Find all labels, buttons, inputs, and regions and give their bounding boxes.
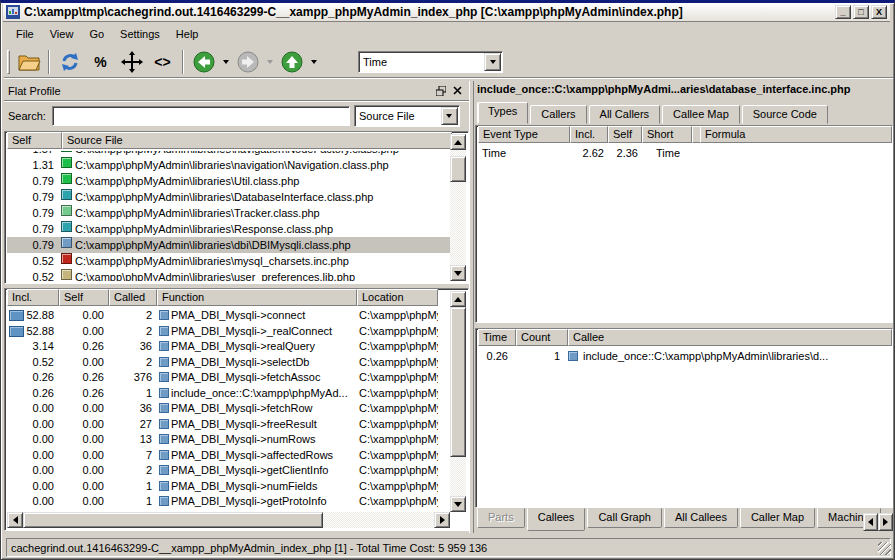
column-header-source-file[interactable]: Source File bbox=[62, 132, 452, 149]
column-header-called[interactable]: Called bbox=[109, 289, 157, 306]
flat-profile-row[interactable]: 1.31C:\xampp\phpMyAdmin\libraries\naviga… bbox=[7, 157, 452, 173]
callee-row[interactable]: 0.261 include_once::C:\xampp\phpMyAdmin\… bbox=[478, 348, 890, 364]
bottom-tab-callees[interactable]: Callees bbox=[527, 508, 586, 531]
function-icon bbox=[159, 357, 169, 367]
flat-profile-row[interactable]: 0.52C:\xampp\phpMyAdmin\libraries\mysql_… bbox=[7, 253, 452, 269]
menu-item-settings[interactable]: Settings bbox=[112, 25, 168, 43]
flat-profile-row[interactable]: 0.52C:\xampp\phpMyAdmin\libraries\user_p… bbox=[7, 269, 452, 281]
column-header-formula[interactable]: Formula bbox=[700, 126, 892, 143]
scroll-down-button[interactable] bbox=[450, 265, 466, 281]
function-row[interactable]: 0.000.0027PMA_DBI_Mysqli->freeResultC:\x… bbox=[7, 417, 438, 433]
self-value: 0.79 bbox=[7, 221, 60, 237]
close-button[interactable]: X bbox=[871, 5, 887, 19]
relative-to-parent-button[interactable] bbox=[117, 48, 146, 76]
column-header-short[interactable]: Short bbox=[642, 126, 692, 143]
column-header-self[interactable]: Self bbox=[608, 126, 642, 143]
grouping-combobox[interactable]: Source File bbox=[354, 105, 460, 127]
minimize-button[interactable]: _ bbox=[835, 5, 851, 19]
forward-dropdown[interactable] bbox=[263, 48, 276, 76]
panel-splitter[interactable] bbox=[469, 81, 474, 533]
menu-item-file[interactable]: File bbox=[8, 25, 42, 43]
app-icon bbox=[6, 5, 20, 19]
column-header-callee[interactable]: Callee bbox=[568, 329, 892, 346]
search-input[interactable] bbox=[52, 106, 350, 126]
close-icon bbox=[453, 86, 462, 95]
column-header-self[interactable]: Self bbox=[7, 132, 62, 149]
function-row[interactable]: 52.880.002PMA_DBI_Mysqli->_realConnectC:… bbox=[7, 324, 438, 340]
flat-profile-row[interactable]: 0.79C:\xampp\phpMyAdmin\libraries\Respon… bbox=[7, 221, 452, 237]
column-header-incl[interactable]: Incl. bbox=[570, 126, 608, 143]
menu-item-go[interactable]: Go bbox=[81, 25, 112, 43]
bottom-tab-caller-map[interactable]: Caller Map bbox=[740, 508, 815, 528]
column-header-time[interactable]: Time bbox=[478, 329, 516, 346]
self-value: 0.00 bbox=[59, 479, 109, 495]
scroll-up-button[interactable] bbox=[450, 291, 466, 307]
column-header-self[interactable]: Self bbox=[59, 289, 109, 306]
function-row[interactable]: 0.260.26376PMA_DBI_Mysqli->fetchAssocC:\… bbox=[7, 370, 438, 386]
shorten-templates-button[interactable]: <> bbox=[148, 48, 177, 76]
up-dropdown[interactable] bbox=[307, 48, 320, 76]
tab-scroll-right-button[interactable] bbox=[878, 513, 893, 531]
flat-profile-row[interactable]: 0.79C:\xampp\phpMyAdmin\libraries\dbi\DB… bbox=[7, 237, 452, 253]
relative-percent-button[interactable]: % bbox=[86, 48, 115, 76]
up-button[interactable] bbox=[277, 48, 306, 76]
function-row[interactable]: 0.260.261include_once::C:\xampp\phpMyAd.… bbox=[7, 386, 438, 402]
tab-scroll-left-button[interactable] bbox=[863, 513, 878, 531]
combo-drop-button[interactable] bbox=[441, 107, 458, 125]
open-file-button[interactable] bbox=[14, 48, 43, 76]
function-row[interactable]: 3.140.2636PMA_DBI_Mysqli->realQueryC:\xa… bbox=[7, 339, 438, 355]
tab-callers[interactable]: Callers bbox=[530, 105, 586, 124]
back-button[interactable] bbox=[189, 48, 218, 76]
tab-types[interactable]: Types bbox=[477, 102, 528, 124]
column-header-location[interactable]: Location bbox=[357, 289, 438, 306]
column-header-count[interactable]: Count bbox=[516, 329, 568, 346]
resize-grip[interactable] bbox=[878, 542, 891, 555]
function-row[interactable]: 0.000.001PMA_DBI_Mysqli->numFieldsC:\xam… bbox=[7, 479, 438, 495]
cycle-detection-button[interactable] bbox=[55, 48, 84, 76]
toolbar-handle[interactable] bbox=[7, 50, 10, 74]
tab-all-callers[interactable]: All Callers bbox=[589, 105, 661, 124]
maximize-button[interactable]: □ bbox=[853, 5, 869, 19]
scroll-left-button[interactable] bbox=[7, 512, 23, 528]
scroll-right-button[interactable] bbox=[434, 512, 450, 528]
back-dropdown[interactable] bbox=[219, 48, 232, 76]
dock-float-button[interactable] bbox=[433, 84, 449, 98]
forward-button[interactable] bbox=[233, 48, 262, 76]
function-row[interactable]: 0.000.001PMA_DBI_Mysqli->getProtoInfoC:\… bbox=[7, 494, 438, 510]
menu-item-help[interactable]: Help bbox=[168, 25, 207, 43]
tab-source-code[interactable]: Source Code bbox=[742, 105, 828, 124]
scroll-up-button[interactable] bbox=[450, 134, 466, 150]
dock-close-button[interactable] bbox=[449, 84, 465, 98]
column-header-incl[interactable]: Incl. bbox=[7, 289, 59, 306]
function-row[interactable]: 0.520.002PMA_DBI_Mysqli->selectDbC:\xamp… bbox=[7, 355, 438, 371]
flat-profile-row[interactable]: 0.79C:\xampp\phpMyAdmin\libraries\Databa… bbox=[7, 189, 452, 205]
function-row[interactable]: 0.000.0013PMA_DBI_Mysqli->numRowsC:\xamp… bbox=[7, 432, 438, 448]
event-type-row[interactable]: Time2.622.36Time bbox=[478, 145, 890, 161]
flat-profile-row[interactable]: 0.79C:\xampp\phpMyAdmin\libraries\Tracke… bbox=[7, 205, 452, 221]
dock-title-bar[interactable]: Flat Profile bbox=[4, 81, 469, 101]
self-value: 0.00 bbox=[59, 494, 109, 510]
bottom-tab-call-graph[interactable]: Call Graph bbox=[587, 508, 662, 528]
scroll-thumb[interactable] bbox=[450, 156, 466, 182]
scroll-thumb[interactable] bbox=[450, 307, 466, 457]
title-bar[interactable]: C:\xampp\tmp\cachegrind.out.1416463299-C… bbox=[3, 3, 890, 22]
called-value: 1 bbox=[109, 386, 157, 402]
function-row[interactable]: 0.000.0036PMA_DBI_Mysqli->fetchRowC:\xam… bbox=[7, 401, 438, 417]
flat-profile-row[interactable]: 0.79C:\xampp\phpMyAdmin\libraries\Util.c… bbox=[7, 173, 452, 189]
function-row[interactable]: 0.000.002PMA_DBI_Mysqli->getClientInfoC:… bbox=[7, 463, 438, 479]
scroll-thumb[interactable] bbox=[23, 512, 323, 528]
flat-profile-vscrollbar[interactable] bbox=[450, 134, 466, 281]
function-row[interactable]: 52.880.002PMA_DBI_Mysqli->connectC:\xamp… bbox=[7, 308, 438, 324]
function-vscrollbar[interactable] bbox=[450, 291, 466, 512]
tab-callee-map[interactable]: Callee Map bbox=[662, 105, 740, 124]
event-type-combobox[interactable]: Time bbox=[358, 51, 503, 73]
function-hscrollbar[interactable] bbox=[7, 512, 450, 528]
menu-item-view[interactable]: View bbox=[42, 25, 82, 43]
bottom-tab-all-callees[interactable]: All Callees bbox=[664, 508, 738, 528]
column-header-function[interactable]: Function bbox=[157, 289, 357, 306]
scroll-down-button[interactable] bbox=[450, 496, 466, 512]
function-row[interactable]: 0.000.007PMA_DBI_Mysqli->affectedRowsC:\… bbox=[7, 448, 438, 464]
column-header-event-type[interactable]: Event Type bbox=[478, 126, 570, 143]
bottom-tab-parts[interactable]: Parts bbox=[477, 508, 525, 528]
combo-drop-button[interactable] bbox=[484, 53, 501, 71]
